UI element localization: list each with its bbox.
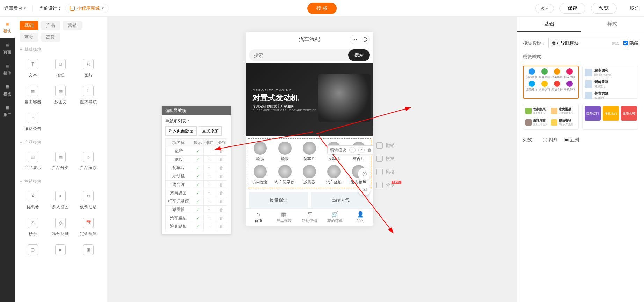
delete-row[interactable]: 🗑 xyxy=(215,197,227,206)
module-item[interactable]: ⚭多人拼团 xyxy=(47,187,74,213)
module-item[interactable]: ▣ xyxy=(75,241,102,261)
visible-toggle[interactable]: ✓ xyxy=(192,222,204,231)
style-option-2[interactable]: 超市便利随时随地购物新鲜果蔬健康生活美食烘焙每日新鲜 xyxy=(582,66,638,99)
visible-toggle[interactable]: ✓ xyxy=(192,147,204,156)
add-directly-button[interactable]: 直接添加 xyxy=(199,126,222,136)
module-item[interactable]: ▶ xyxy=(47,241,74,261)
visible-toggle[interactable]: ✓ xyxy=(192,197,204,206)
back-link[interactable]: 返回后台 ▾ xyxy=(4,5,26,12)
headset-button[interactable]: ⎋▾ xyxy=(535,4,554,13)
sort-buttons[interactable]: ↑ ↓ xyxy=(204,214,215,222)
delete-row[interactable]: 🗑 xyxy=(215,164,227,172)
search-input[interactable] xyxy=(249,49,355,61)
nav-cell[interactable]: 汽车坐垫 xyxy=(322,165,346,185)
delete-row[interactable]: 🗑 xyxy=(215,214,227,222)
design-selector[interactable]: 小程序商城 ▾ xyxy=(65,4,109,13)
visible-toggle[interactable]: ✓ xyxy=(192,214,204,222)
sort-buttons[interactable]: ↑ ↓ xyxy=(204,156,215,164)
edit-module-label[interactable]: 编辑模块 xyxy=(330,147,346,153)
side-action-shirt[interactable]: 风格 xyxy=(376,169,395,175)
tabbar-item[interactable]: ⌂首页 xyxy=(246,209,271,226)
nav-cell[interactable]: 减震器 xyxy=(297,165,322,185)
tabbar-item[interactable]: 🏷活动促销 xyxy=(297,209,322,226)
quality-card[interactable]: 质量保证 xyxy=(249,192,308,208)
rail-item-horn[interactable]: ▦推广 xyxy=(0,100,15,121)
authorize-button[interactable]: 授 权 xyxy=(307,3,337,14)
hide-checkbox[interactable]: 隐藏 xyxy=(623,40,638,46)
delete-module-icon[interactable]: 🗑 xyxy=(367,148,372,152)
module-item[interactable]: □按钮 xyxy=(47,55,74,81)
sort-buttons[interactable]: ↑ ↓ xyxy=(204,172,215,181)
banner[interactable]: OPPOSITE ENGINE 对置式发动机 专属定制你的爱车升级服务 CUST… xyxy=(246,63,373,136)
module-tab[interactable]: 互动 xyxy=(20,33,38,42)
delete-row[interactable]: 🗑 xyxy=(215,147,227,156)
nav-cell[interactable]: 轮毂 xyxy=(272,142,297,161)
module-item[interactable]: T文本 xyxy=(20,55,46,81)
module-tab[interactable]: 高级 xyxy=(41,33,60,42)
float-wechat-icon[interactable]: ✉ xyxy=(358,183,371,196)
sort-buttons[interactable]: ↑ ↓ xyxy=(204,164,215,172)
sort-buttons[interactable]: ↑ ↓ xyxy=(204,197,215,206)
right-tab[interactable]: 基础 xyxy=(517,17,581,32)
visible-toggle[interactable]: ✓ xyxy=(192,189,204,197)
delete-row[interactable]: 🗑 xyxy=(215,181,227,189)
move-down-icon[interactable]: ˅ xyxy=(358,147,365,153)
sort-buttons[interactable]: ↑ ↓ xyxy=(204,189,215,197)
module-name-input[interactable] xyxy=(548,38,628,48)
visible-toggle[interactable]: ✓ xyxy=(192,181,204,189)
more-icon[interactable]: ⋯ xyxy=(350,37,360,42)
side-action-undo[interactable]: 撤销 xyxy=(376,142,395,149)
side-action-share[interactable]: 分享NEW xyxy=(376,182,395,188)
visible-toggle[interactable]: ✓ xyxy=(192,206,204,214)
visible-toggle[interactable]: ✓ xyxy=(192,164,204,172)
tabbar-item[interactable]: 👤我的 xyxy=(348,209,373,226)
nav-cell[interactable]: 方向盘套 xyxy=(248,165,272,185)
module-item[interactable]: ▨图片 xyxy=(75,55,102,81)
rail-item-ctrl[interactable]: ▦控件 xyxy=(0,59,15,80)
tabbar-item[interactable]: ▦产品列表 xyxy=(271,209,297,226)
module-item[interactable]: ▥产品展示 xyxy=(20,148,46,174)
module-item[interactable]: 📅定金预售 xyxy=(75,214,102,240)
visible-toggle[interactable]: ✓ xyxy=(192,156,204,164)
right-tab[interactable]: 样式 xyxy=(581,17,644,32)
module-item[interactable]: ◇积分商城 xyxy=(47,214,74,240)
module-item[interactable]: ▦自由容器 xyxy=(20,82,46,108)
save-button[interactable]: 保存 xyxy=(559,3,585,14)
module-item[interactable]: ✂砍价活动 xyxy=(75,187,102,213)
nav-cell[interactable]: 刹车片 xyxy=(297,142,322,161)
module-item[interactable]: ⌕产品搜索 xyxy=(75,148,102,174)
miniprogram-capsule[interactable]: ⋯ xyxy=(350,35,370,44)
float-phone-icon[interactable]: ✆ xyxy=(358,168,371,180)
module-item[interactable]: ▤产品分类 xyxy=(47,148,74,174)
sort-buttons[interactable]: ↑ ↓ xyxy=(204,181,215,189)
delete-row[interactable]: 🗑 xyxy=(215,206,227,214)
module-tab[interactable]: 产品 xyxy=(41,21,60,30)
close-target-icon[interactable] xyxy=(360,37,369,42)
module-tab[interactable]: 基础 xyxy=(20,21,38,30)
side-action-redo[interactable]: 恢复 xyxy=(376,156,395,162)
module-item[interactable]: ▢ xyxy=(20,241,46,261)
module-item[interactable]: ⠿魔方导航 xyxy=(75,82,102,108)
delete-row[interactable]: 🗑 xyxy=(215,172,227,181)
style-option-4[interactable]: 国外进口绿色食品健康食材 xyxy=(582,104,638,130)
preview-button[interactable]: 预览 xyxy=(591,3,617,14)
style-option-1[interactable]: 超市便利新鲜果蔬精美烘焙鲜花植物 潮流服饰食品饮料美妆个护手机数码 xyxy=(523,66,579,99)
search-button[interactable]: 搜索 xyxy=(348,49,370,61)
nav-cell[interactable]: 轮胎 xyxy=(248,142,272,161)
import-page-data-button[interactable]: 导入页面数据 xyxy=(165,126,197,136)
cols-radio[interactable]: 四列 xyxy=(543,137,558,143)
delete-row[interactable]: 🗑 xyxy=(215,189,227,197)
visible-toggle[interactable]: ✓ xyxy=(192,172,204,181)
nav-cell[interactable]: 行车记录仪 xyxy=(272,165,297,185)
style-option-3[interactable]: 农家蔬菜健康的生活家禽蛋品生态健康食品山野真菌爱上山珍生鲜粮油谷物高品人气食材 xyxy=(523,104,579,130)
module-item[interactable]: ⏱秒杀 xyxy=(20,214,46,240)
module-item[interactable]: ≡滚动公告 xyxy=(20,109,46,135)
delete-row[interactable]: 🗑 xyxy=(215,156,227,164)
rail-item-tmpl[interactable]: ▦模板 xyxy=(0,80,15,100)
module-tab[interactable]: 营销 xyxy=(63,21,82,30)
delete-row[interactable]: 🗑 xyxy=(215,222,227,231)
cancel-button[interactable]: 取消 xyxy=(622,3,640,13)
module-item[interactable]: ▤多图文 xyxy=(47,82,74,108)
module-item[interactable]: ¥优惠券 xyxy=(20,187,46,213)
sort-buttons[interactable]: ↑ xyxy=(204,222,215,231)
